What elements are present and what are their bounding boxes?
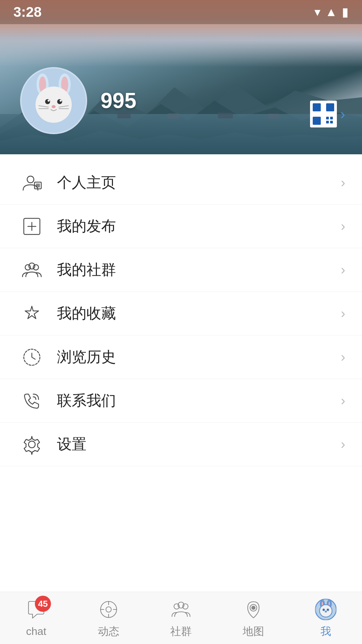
svg-point-15 xyxy=(57,99,62,104)
settings-icon xyxy=(17,429,47,460)
me-nav-icon xyxy=(314,597,338,622)
chat-nav-icon: 45 xyxy=(24,598,48,623)
svg-point-68 xyxy=(327,609,329,610)
trends-nav-icon xyxy=(97,597,121,622)
status-time: 3:28 xyxy=(13,4,42,20)
profile-chevron-icon: › xyxy=(341,175,345,190)
avatar-image xyxy=(23,70,84,131)
map-nav-label: 地图 xyxy=(243,624,264,639)
svg-point-69 xyxy=(325,611,326,612)
svg-point-51 xyxy=(106,607,111,612)
groups-nav-icon xyxy=(169,597,193,622)
menu-item-favorites[interactable]: 我的收藏 › xyxy=(0,292,362,335)
svg-point-67 xyxy=(323,609,324,610)
status-icons: ▾ ▲ ▮ xyxy=(314,5,349,19)
qr-chevron-icon: › xyxy=(340,106,345,122)
menu-label-community: 我的社群 xyxy=(57,260,341,280)
groups-nav-label: 社群 xyxy=(170,624,192,639)
hero-content[interactable]: 995 xyxy=(20,67,136,134)
svg-rect-29 xyxy=(328,106,332,109)
menu-item-contact[interactable]: 联系我们 › xyxy=(0,379,362,423)
menu-label-publish: 我的发布 xyxy=(57,216,341,236)
menu-label-contact: 联系我们 xyxy=(57,391,341,411)
profile-icon xyxy=(17,168,47,198)
menu-item-settings[interactable]: 设置 › xyxy=(0,423,362,466)
svg-point-46 xyxy=(33,265,39,270)
wifi-icon: ▾ xyxy=(314,5,320,19)
map-nav-icon xyxy=(241,597,265,622)
svg-rect-26 xyxy=(315,106,318,109)
contact-icon xyxy=(17,386,47,416)
menu-label-profile: 个人主页 xyxy=(57,173,341,193)
menu-label-settings: 设置 xyxy=(57,434,341,454)
svg-rect-36 xyxy=(330,121,333,123)
svg-rect-32 xyxy=(315,119,318,122)
qr-area[interactable]: › xyxy=(310,101,345,127)
menu-item-community[interactable]: 我的社群 › xyxy=(0,248,362,292)
svg-point-45 xyxy=(25,265,31,270)
menu-label-favorites: 我的收藏 xyxy=(57,304,341,323)
svg-point-14 xyxy=(45,99,50,104)
svg-rect-33 xyxy=(326,117,329,119)
svg-rect-35 xyxy=(326,121,329,123)
history-chevron-icon: › xyxy=(341,350,345,365)
community-icon xyxy=(17,255,47,285)
menu-label-history: 浏览历史 xyxy=(57,347,341,367)
trends-nav-label: 动态 xyxy=(98,624,119,639)
svg-rect-34 xyxy=(330,117,333,119)
svg-rect-5 xyxy=(168,113,179,119)
me-nav-label: 我 xyxy=(320,624,331,639)
menu-item-publish[interactable]: 我的发布 › xyxy=(0,205,362,248)
favorites-chevron-icon: › xyxy=(341,306,345,321)
publish-chevron-icon: › xyxy=(341,219,345,234)
svg-point-16 xyxy=(48,100,50,102)
bottom-nav: 45 chat 动态 社群 地图 xyxy=(0,592,362,644)
publish-icon xyxy=(17,211,47,241)
menu-item-profile[interactable]: 个人主页 › xyxy=(0,161,362,205)
svg-point-37 xyxy=(27,176,34,183)
nav-item-chat[interactable]: 45 chat xyxy=(0,592,72,644)
chat-badge: 45 xyxy=(35,596,51,612)
chat-nav-label: chat xyxy=(26,625,46,638)
favorites-icon xyxy=(17,299,47,329)
nav-item-map[interactable]: 地图 xyxy=(217,592,290,644)
svg-point-17 xyxy=(60,100,62,102)
nav-item-me[interactable]: 我 xyxy=(290,592,362,644)
contact-chevron-icon: › xyxy=(341,393,345,408)
svg-point-13 xyxy=(36,87,72,123)
status-bar: 3:28 ▾ ▲ ▮ xyxy=(0,0,362,24)
qr-code[interactable] xyxy=(310,101,337,127)
community-chevron-icon: › xyxy=(341,262,345,277)
menu-item-history[interactable]: 浏览历史 › xyxy=(0,335,362,379)
history-icon xyxy=(17,342,47,372)
svg-point-60 xyxy=(252,606,255,609)
username: 995 xyxy=(101,88,136,113)
svg-point-18 xyxy=(52,105,56,108)
signal-icon: ▲ xyxy=(325,5,337,19)
settings-chevron-icon: › xyxy=(341,437,345,452)
svg-rect-7 xyxy=(268,114,279,119)
avatar[interactable] xyxy=(20,67,87,134)
menu-list: 个人主页 › 我的发布 › 我的社群 › 我的收藏 › 浏览历史 › xyxy=(0,161,362,466)
nav-item-groups[interactable]: 社群 xyxy=(145,592,217,644)
battery-icon: ▮ xyxy=(342,5,349,19)
me-nav-avatar xyxy=(315,598,337,621)
svg-rect-6 xyxy=(218,113,233,118)
nav-item-trends[interactable]: 动态 xyxy=(72,592,145,644)
svg-point-49 xyxy=(28,441,35,448)
